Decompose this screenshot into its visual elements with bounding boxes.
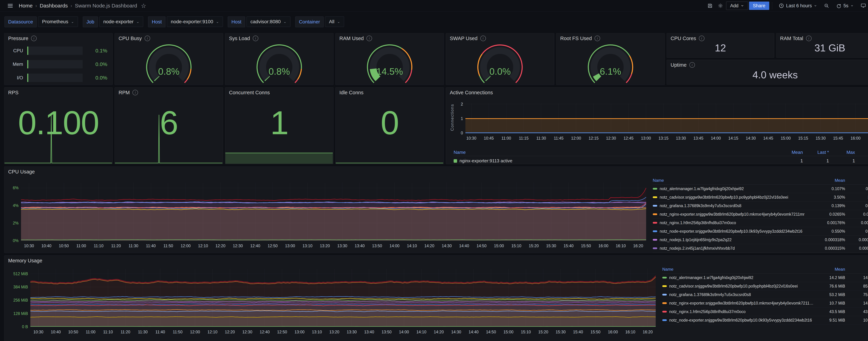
info-icon[interactable]: i	[132, 90, 138, 95]
legend-row[interactable]: notz_nginx.1.h9m25i6p3t8nfhd8ui37m0oco 4…	[662, 308, 868, 316]
bar-gauge-value: 0.1%	[87, 48, 107, 54]
info-icon[interactable]: i	[806, 36, 812, 41]
panel-header[interactable]: Root FS Used i	[556, 33, 664, 43]
legend-row[interactable]: notz_cadvisor.snjggw9w3bt8rlm620pbwfp10.…	[662, 282, 868, 290]
variable-value-dropdown[interactable]: node-exporter:9100⌄	[167, 17, 223, 27]
chevron-down-icon: ⌄	[283, 20, 286, 24]
legend-row[interactable]: notz_nodejs.2.in45j1an1jfkhmxivhhxvbb7d …	[653, 244, 868, 253]
legend-header-max[interactable]: Max	[829, 150, 855, 155]
zoom-out-icon[interactable]	[822, 2, 831, 10]
panel-concurrent-conns: Concurrent Conns 1	[225, 87, 334, 164]
panel-header[interactable]: CPU Busy i	[115, 33, 223, 43]
legend-header-mean[interactable]: Mean	[777, 150, 803, 155]
variable-value-dropdown[interactable]: node-exporter⌄	[99, 17, 143, 27]
series-swatch	[653, 230, 657, 232]
info-icon[interactable]: i	[689, 62, 695, 68]
legend-row[interactable]: notz_alertmanager.1.w7fga4gfridxg0ij20xh…	[662, 274, 868, 282]
bar-gauge-label: CPU	[9, 48, 23, 54]
panel-header[interactable]: Sys Load i	[225, 33, 333, 43]
variable-value-dropdown[interactable]: cadvisor:8080⌄	[247, 17, 290, 27]
legend-row[interactable]: nginx-exporter:9113 active 1 1 1 1	[454, 156, 868, 164]
tv-mode-icon[interactable]	[859, 2, 868, 10]
panel-header[interactable]: Idle Conns	[336, 88, 444, 98]
x-tick-label: 11:30	[138, 330, 148, 334]
x-tick-label: 13:45	[693, 136, 704, 141]
variable-value-dropdown[interactable]: Prometheus⌄	[38, 17, 78, 27]
panel-header[interactable]: Uptime i	[667, 60, 868, 70]
legend-row[interactable]: notz_alertmanager.1.w7fga4gfridxg0ij20xh…	[653, 185, 868, 193]
x-tick-label: 15:15	[798, 136, 808, 141]
gauge-value-arc	[488, 78, 488, 79]
stat-value: 4.0 weeks	[667, 69, 868, 81]
breadcrumb-dashboards[interactable]: Dashboards	[40, 3, 68, 9]
sparkline	[115, 113, 222, 164]
active-connections-chart[interactable]: 01210:3010:4511:0011:1511:3011:4512:0012…	[446, 96, 868, 150]
panel-title-text: SWAP Used	[450, 36, 477, 41]
panel-title-text: CPU Busy	[119, 36, 142, 41]
info-icon[interactable]: i	[480, 36, 486, 41]
refresh-button[interactable]: 5s	[832, 2, 858, 10]
cpu-usage-chart[interactable]: 0%2%4%6%10:3010:4010:5011:0011:1011:2011…	[4, 175, 649, 253]
info-icon[interactable]: i	[699, 36, 705, 41]
memory-usage-chart[interactable]: 0 B128 MiB256 MiB384 MiB512 MiB10:3010:4…	[4, 264, 659, 339]
legend-row[interactable]: notz_grafana.1.37689k3s9m4y7u5x3scsrd0s8…	[662, 290, 868, 299]
legend-row[interactable]: notz_nodejs.1.tp1ejitijn65lmjy9s2pa2q22 …	[653, 236, 868, 244]
legend-header-name[interactable]: Name	[454, 150, 777, 155]
share-button[interactable]: Share	[749, 2, 769, 10]
legend-row[interactable]: notz_nginx-exporter.snjggw9w3bt8rlm620pb…	[653, 210, 868, 219]
legend-row[interactable]: notz_cadvisor.snjggw9w3bt8rlm620pbwfp10.…	[653, 193, 868, 202]
series-swatch	[662, 294, 667, 296]
info-icon[interactable]: i	[367, 36, 372, 41]
x-tick-label: 12:30	[233, 244, 243, 248]
x-tick-label: 13:10	[312, 330, 322, 334]
legend-row[interactable]: notz_grafana.1.37689k3s9m4y7u5x3scsrd0s8…	[653, 202, 868, 210]
legend-header-name[interactable]: Name	[653, 178, 814, 183]
variable-value-dropdown[interactable]: All⌄	[325, 17, 344, 27]
legend-row[interactable]: notz_node-exporter.snjggw9w3bt8rlm620pbw…	[653, 227, 868, 236]
legend-header-last[interactable]: Last *	[803, 150, 829, 155]
x-tick-label: 12:10	[208, 330, 218, 334]
legend-header-max[interactable]: Max	[845, 178, 868, 183]
legend-row[interactable]: notz_node-exporter.snjggw9w3bt8rlm620pbw…	[662, 316, 868, 324]
menu-icon[interactable]	[5, 2, 15, 10]
legend-header-mean[interactable]: Mean	[814, 178, 845, 183]
x-tick-label: 15:10	[511, 244, 521, 248]
bar-gauge-row: CPU 0.1%	[9, 46, 107, 55]
save-dashboard-icon[interactable]	[705, 2, 715, 10]
dashboard-variable: Job node-exporter⌄	[83, 17, 143, 27]
y-tick-label: 2%	[13, 221, 19, 225]
panel-header[interactable]: RPM i	[115, 88, 223, 98]
legend-header-name[interactable]: Name	[662, 267, 814, 272]
panel-header[interactable]: SWAP Used i	[446, 33, 554, 43]
settings-gear-icon[interactable]	[716, 2, 725, 10]
panel-header[interactable]: RPS	[4, 88, 113, 98]
info-icon[interactable]: i	[145, 36, 150, 41]
breadcrumb-home[interactable]: Home	[19, 3, 33, 9]
stat-value: 12	[667, 42, 774, 54]
x-tick-label: 16:10	[625, 330, 636, 334]
add-button[interactable]: Add	[726, 2, 748, 10]
panel-cpu-cores: CPU Cores i 12	[666, 33, 774, 58]
info-icon[interactable]: i	[31, 36, 37, 41]
panel-header[interactable]: Concurrent Conns	[225, 88, 333, 98]
gauge-threshold-arc	[185, 80, 187, 83]
panel-cpu-usage: CPU Usage 0%2%4%6%10:3010:4010:5011:0011…	[4, 166, 868, 253]
panel-header[interactable]: Pressure i	[4, 33, 113, 43]
info-icon[interactable]: i	[595, 36, 600, 41]
legend-header-mean[interactable]: Mean	[814, 267, 845, 272]
legend-header-max[interactable]: Max	[845, 267, 868, 272]
x-tick-label: 13:00	[285, 244, 295, 248]
legend-row[interactable]: notz_nginx-exporter.snjggw9w3bt8rlm620pb…	[662, 299, 868, 308]
x-tick-label: 15:30	[815, 136, 826, 141]
time-range-picker[interactable]: Last 6 hours	[775, 2, 821, 10]
legend-row[interactable]: notz_nginx.1.h9m25i6p3t8nfhd8ui37m0oco 0…	[653, 219, 868, 227]
share-label: Share	[753, 3, 766, 8]
info-icon[interactable]: i	[253, 36, 258, 41]
legend-header-min[interactable]: Min	[855, 150, 868, 155]
gauge-value: 6.1%	[556, 66, 664, 77]
x-tick-label: 12:40	[250, 244, 260, 248]
bar-gauge-label: Mem	[9, 62, 23, 67]
panel-title-text: CPU Usage	[8, 169, 35, 175]
star-icon[interactable]: ☆	[140, 2, 147, 10]
panel-header[interactable]: RAM Used i	[336, 33, 444, 43]
